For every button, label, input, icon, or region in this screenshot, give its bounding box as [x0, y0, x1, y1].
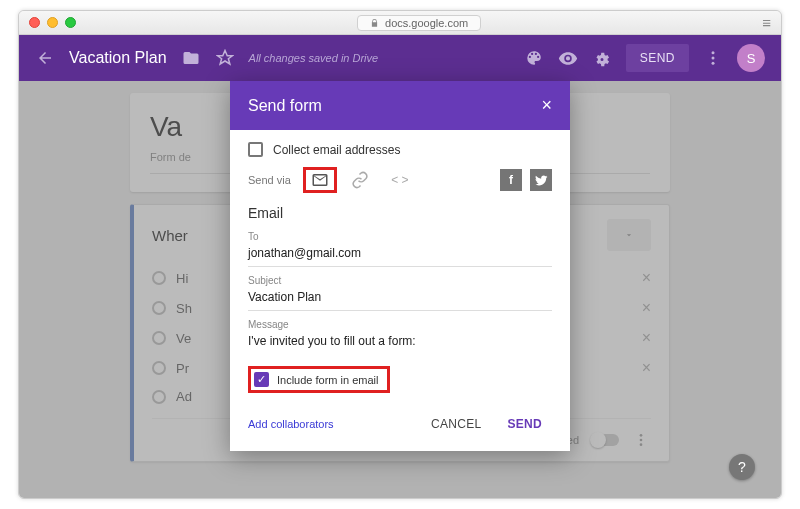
subject-label: Subject	[248, 275, 552, 286]
twitter-icon	[535, 174, 548, 187]
send-form-dialog: Send form × Collect email addresses Send…	[230, 81, 570, 451]
twitter-share-button[interactable]	[530, 169, 552, 191]
send-via-link-tab[interactable]	[343, 167, 377, 193]
dialog-header: Send form ×	[230, 81, 570, 130]
preview-icon[interactable]	[558, 48, 578, 68]
close-icon[interactable]: ×	[541, 95, 552, 116]
back-arrow-icon[interactable]	[35, 48, 55, 68]
address-bar[interactable]: docs.google.com	[357, 15, 481, 31]
send-button[interactable]: SEND	[626, 44, 689, 72]
collect-emails-row[interactable]: Collect email addresses	[248, 142, 552, 157]
save-status: All changes saved in Drive	[249, 52, 379, 64]
address-url: docs.google.com	[385, 17, 468, 29]
cancel-button[interactable]: CANCEL	[421, 411, 491, 437]
dialog-title: Send form	[248, 97, 322, 115]
folder-icon[interactable]	[181, 48, 201, 68]
palette-icon[interactable]	[524, 48, 544, 68]
forms-toolbar: Vacation Plan All changes saved in Drive…	[19, 35, 781, 81]
svg-point-1	[712, 57, 715, 60]
link-icon	[351, 171, 369, 189]
more-vert-icon[interactable]	[703, 48, 723, 68]
subject-field[interactable]: Vacation Plan	[248, 286, 552, 311]
svg-point-0	[712, 51, 715, 54]
account-avatar[interactable]: S	[737, 44, 765, 72]
checkbox-checked-icon[interactable]: ✓	[254, 372, 269, 387]
mac-titlebar: docs.google.com ≡	[19, 11, 781, 35]
to-field[interactable]: jonathan@gmail.com	[248, 242, 552, 267]
lock-icon	[370, 18, 379, 28]
star-icon[interactable]	[215, 48, 235, 68]
send-via-embed-tab[interactable]: < >	[383, 167, 417, 193]
gear-icon[interactable]	[592, 48, 612, 68]
form-title[interactable]: Vacation Plan	[69, 49, 167, 67]
email-section-heading: Email	[248, 205, 552, 221]
embed-icon: < >	[391, 173, 408, 187]
svg-point-2	[712, 62, 715, 65]
send-via-label: Send via	[248, 174, 291, 186]
dialog-footer: Add collaborators CANCEL SEND	[248, 411, 552, 437]
include-form-label: Include form in email	[277, 374, 379, 386]
dialog-send-button[interactable]: SEND	[497, 411, 552, 437]
window-zoom-dot[interactable]	[65, 17, 76, 28]
add-collaborators-link[interactable]: Add collaborators	[248, 418, 334, 430]
help-fab[interactable]: ?	[729, 454, 755, 480]
browser-menu-icon[interactable]: ≡	[762, 14, 771, 31]
send-via-row: Send via < > f	[248, 167, 552, 193]
facebook-share-button[interactable]: f	[500, 169, 522, 191]
checkbox-icon[interactable]	[248, 142, 263, 157]
window-minimize-dot[interactable]	[47, 17, 58, 28]
include-form-row[interactable]: ✓ Include form in email	[248, 366, 390, 393]
window-close-dot[interactable]	[29, 17, 40, 28]
collect-emails-label: Collect email addresses	[273, 143, 400, 157]
mail-icon	[311, 171, 329, 189]
message-label: Message	[248, 319, 552, 330]
message-field[interactable]: I've invited you to fill out a form:	[248, 330, 552, 354]
to-label: To	[248, 231, 552, 242]
send-via-email-tab[interactable]	[303, 167, 337, 193]
